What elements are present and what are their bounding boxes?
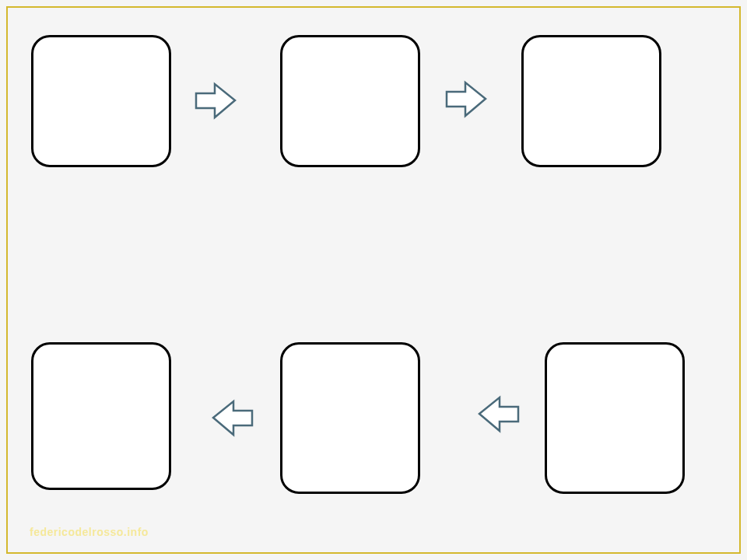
flow-box-3: [521, 35, 661, 167]
arrow-left-icon: [475, 393, 521, 439]
arrow-left-icon: [209, 397, 255, 443]
diagram-frame: federicodelrosso.info: [6, 6, 741, 554]
watermark-text: federicodelrosso.info: [30, 526, 149, 538]
flow-box-1: [31, 35, 171, 167]
flow-box-4: [31, 342, 171, 490]
flow-box-5: [280, 342, 420, 494]
flow-box-6: [545, 342, 685, 494]
flow-box-2: [280, 35, 420, 167]
arrow-right-icon: [193, 79, 240, 125]
arrow-right-icon: [444, 78, 490, 124]
